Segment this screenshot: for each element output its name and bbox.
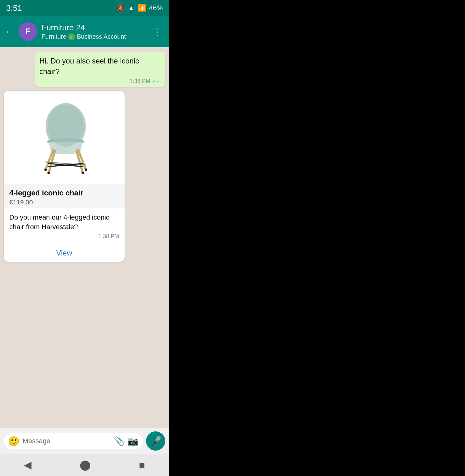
chair-image [33, 98, 95, 176]
home-nav-button[interactable]: ⬤ [80, 459, 91, 471]
account-type-label: Business Account [77, 33, 126, 40]
header-info: Furniture 24 Furniture ✓ Business Accoun… [42, 23, 146, 40]
nav-bar: ◀ ⬤ ■ [0, 454, 169, 476]
product-card: 4-legged iconic chair €119.00 Do you mea… [4, 91, 125, 262]
more-options-button[interactable]: ⋮ [150, 24, 164, 39]
mute-icon: 🔕 [116, 4, 125, 12]
product-message-area: Do you mean our 4-legged iconic chair fr… [4, 208, 125, 242]
status-bar: 3:51 🔕 ▲ 📶 46% [0, 0, 169, 16]
view-product-button[interactable]: View [4, 244, 125, 262]
battery-text: 46% [149, 4, 163, 12]
phone-screen: 3:51 🔕 ▲ 📶 46% ← F Furniture 24 Furnitur… [0, 0, 169, 476]
product-msg-meta: 1:38 PM [9, 233, 119, 240]
black-area [169, 0, 465, 476]
svg-point-11 [82, 172, 84, 174]
product-price: €119.00 [9, 199, 119, 206]
wifi-icon: ▲ [128, 4, 135, 12]
svg-point-2 [48, 105, 84, 147]
business-name: Furniture 24 [42, 23, 146, 33]
input-field-wrap: 🙂 📎 📷 [4, 433, 143, 449]
product-image-area [4, 91, 125, 184]
product-msg-time: 1:38 PM [98, 233, 119, 239]
back-nav-button[interactable]: ◀ [24, 459, 32, 471]
category-label: Furniture [42, 33, 66, 40]
input-bar: 🙂 📎 📷 🎤 [0, 428, 169, 454]
svg-point-10 [47, 172, 50, 174]
chat-body: Hi. Do you also seel the iconic chair? 1… [0, 47, 169, 428]
product-name: 4-legged iconic chair [9, 189, 119, 197]
mic-button[interactable]: 🎤 [146, 431, 165, 451]
camera-button[interactable]: 📷 [128, 436, 139, 446]
message-time: 1:38 PM [130, 78, 150, 85]
outgoing-message: Hi. Do you also seel the iconic chair? 1… [35, 52, 165, 87]
message-input[interactable] [23, 437, 111, 445]
attach-icon[interactable]: 📎 [114, 436, 125, 446]
header-subtitle: Furniture ✓ Business Account [42, 33, 146, 40]
status-time: 3:51 [6, 3, 22, 13]
status-icons: 🔕 ▲ 📶 46% [116, 4, 163, 12]
message-text: Hi. Do you also seel the iconic chair? [39, 56, 161, 76]
svg-point-12 [44, 168, 47, 171]
read-receipt-icon: ✓✓ [152, 78, 161, 85]
message-meta: 1:38 PM ✓✓ [39, 78, 161, 85]
mic-icon: 🎤 [150, 436, 162, 447]
avatar: F [19, 22, 37, 41]
product-msg-text: Do you mean our 4-legged iconic chair fr… [9, 213, 119, 232]
verified-badge: ✓ [68, 33, 75, 40]
back-button[interactable]: ← [5, 26, 14, 37]
svg-point-13 [85, 168, 87, 171]
product-info: 4-legged iconic chair €119.00 [4, 184, 125, 208]
signal-icon: 📶 [138, 4, 146, 12]
recents-nav-button[interactable]: ■ [139, 459, 145, 471]
chat-header: ← F Furniture 24 Furniture ✓ Business Ac… [0, 16, 169, 47]
emoji-button[interactable]: 🙂 [8, 436, 20, 447]
